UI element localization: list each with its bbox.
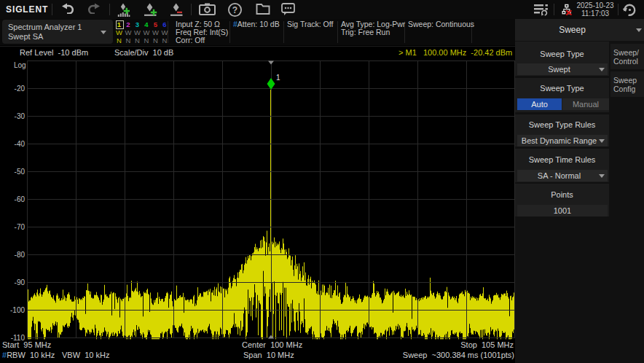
svg-text:-50: -50 [15, 168, 25, 176]
svg-text:1: 1 [276, 74, 280, 82]
svg-text:Sweep ~300.384 ms (1001pts): Sweep ~300.384 ms (1001pts) [403, 351, 514, 359]
svg-text:> M1 100.00 MHz -20.42 dBm: > M1 100.00 MHz -20.42 dBm [398, 48, 512, 57]
svg-text:#RBW 10 kHz: #RBW 10 kHz [2, 351, 55, 359]
svg-text:Start 95 MHz: Start 95 MHz [2, 340, 51, 349]
svg-text:-80: -80 [15, 251, 25, 259]
svg-text:Center 100 MHz: Center 100 MHz [242, 340, 302, 349]
svg-text:-70: -70 [15, 223, 25, 231]
svg-text:VBW 10 kHz: VBW 10 kHz [62, 351, 109, 359]
svg-text:-60: -60 [15, 195, 25, 203]
svg-text:Ref Level -10 dBm: Ref Level -10 dBm [20, 48, 88, 57]
svg-text:Stop 105 MHz: Stop 105 MHz [460, 340, 514, 349]
svg-text:Span 10 MHz: Span 10 MHz [243, 351, 294, 359]
svg-text:Log: Log [14, 61, 26, 69]
svg-text:-30: -30 [15, 112, 25, 120]
svg-text:-100: -100 [10, 306, 25, 314]
svg-text:?: ? [232, 5, 237, 15]
svg-text:Scale/Div 10 dB: Scale/Div 10 dB [114, 48, 173, 57]
svg-text:-40: -40 [15, 140, 25, 148]
svg-text:-20: -20 [15, 85, 25, 93]
svg-text:-90: -90 [15, 278, 25, 286]
